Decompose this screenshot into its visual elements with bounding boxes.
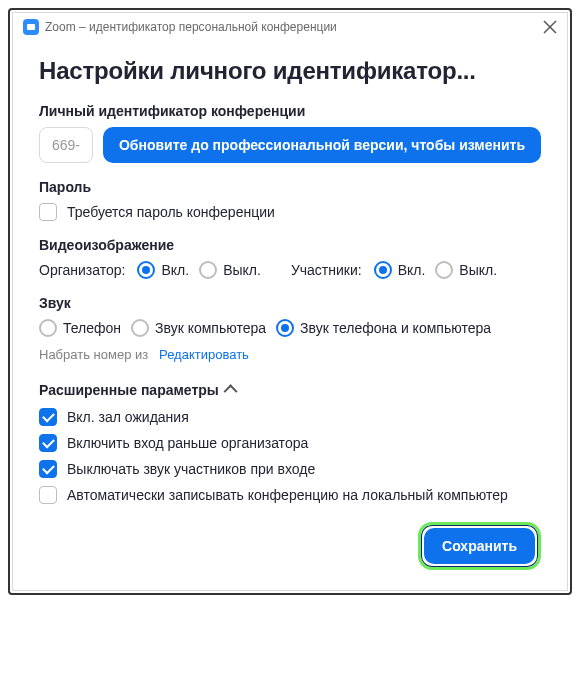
video-host-on-label: Вкл. <box>161 262 189 278</box>
save-button[interactable]: Сохранить <box>424 528 535 564</box>
password-label: Пароль <box>39 179 541 195</box>
advanced-label: Расширенные параметры <box>39 382 219 398</box>
audio-computer-radio[interactable] <box>131 319 149 337</box>
advanced-option-3-checkbox[interactable] <box>39 486 57 504</box>
zoom-icon <box>23 19 39 35</box>
advanced-option-2-checkbox[interactable] <box>39 460 57 478</box>
audio-telephone-label: Телефон <box>63 320 121 336</box>
page-title: Настройки личного идентификатор... <box>39 57 541 85</box>
audio-both-radio[interactable] <box>276 319 294 337</box>
advanced-option-3-label: Автоматически записывать конференцию на … <box>67 487 508 503</box>
password-require-checkbox[interactable] <box>39 203 57 221</box>
pmi-input: 669- <box>39 127 93 163</box>
advanced-toggle[interactable]: Расширенные параметры <box>39 382 541 398</box>
video-participants-on-label: Вкл. <box>398 262 426 278</box>
pmi-label: Личный идентификатор конференции <box>39 103 541 119</box>
advanced-option-1-label: Включить вход раньше организатора <box>67 435 308 451</box>
advanced-option-0-label: Вкл. зал ожидания <box>67 409 189 425</box>
chevron-up-icon <box>223 384 237 398</box>
video-label: Видеоизображение <box>39 237 541 253</box>
video-participants-off-radio[interactable] <box>435 261 453 279</box>
video-participants-on-radio[interactable] <box>374 261 392 279</box>
audio-label: Звук <box>39 295 541 311</box>
settings-dialog: Zoom – идентификатор персональной конфер… <box>12 12 568 591</box>
audio-both-label: Звук телефона и компьютера <box>300 320 491 336</box>
dial-from-label: Набрать номер из <box>39 347 148 362</box>
video-participants-off-label: Выкл. <box>459 262 497 278</box>
titlebar: Zoom – идентификатор персональной конфер… <box>13 13 567 41</box>
dial-edit-link[interactable]: Редактировать <box>159 347 249 362</box>
audio-telephone-radio[interactable] <box>39 319 57 337</box>
video-host-label: Организатор: <box>39 262 125 278</box>
advanced-option-0-checkbox[interactable] <box>39 408 57 426</box>
audio-computer-label: Звук компьютера <box>155 320 266 336</box>
video-host-off-label: Выкл. <box>223 262 261 278</box>
video-host-off-radio[interactable] <box>199 261 217 279</box>
titlebar-text: Zoom – идентификатор персональной конфер… <box>45 20 337 34</box>
video-participants-label: Участники: <box>291 262 362 278</box>
advanced-option-2-label: Выключать звук участников при входе <box>67 461 315 477</box>
save-highlight: Сохранить <box>418 522 541 570</box>
advanced-option-1-checkbox[interactable] <box>39 434 57 452</box>
video-host-on-radio[interactable] <box>137 261 155 279</box>
upgrade-button[interactable]: Обновите до профессиональной версии, что… <box>103 127 541 163</box>
password-require-label: Требуется пароль конференции <box>67 204 275 220</box>
close-icon[interactable] <box>543 20 557 34</box>
